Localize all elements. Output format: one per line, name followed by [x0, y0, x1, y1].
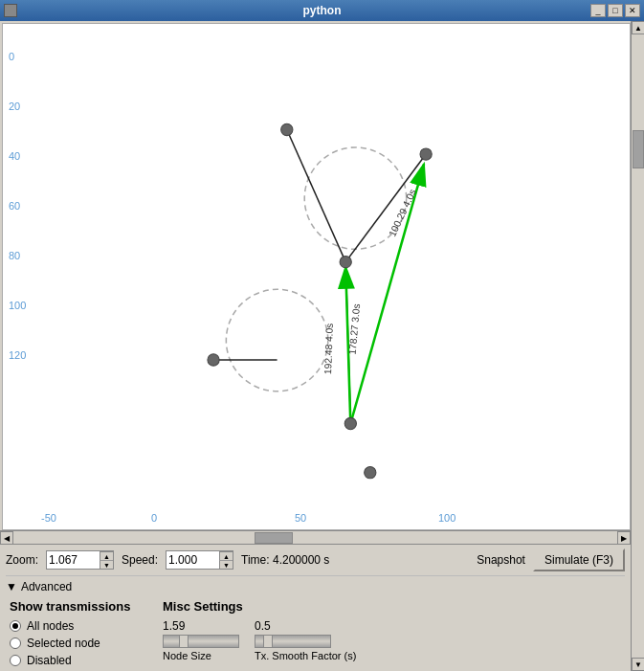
simulate-button[interactable]: Simulate (F3) — [533, 548, 625, 571]
network-graph: 100.29 4.0s 178.27 3.0s 192.48 4.0s — [3, 24, 630, 529]
node-size-thumb[interactable] — [179, 635, 189, 648]
zoom-label: Zoom: — [6, 553, 38, 567]
center-content: 0 20 40 60 80 100 120 -50 0 50 100 — [0, 21, 631, 671]
time-display: Time: 4.200000 s — [241, 553, 329, 567]
radio-all-nodes-circle[interactable] — [10, 620, 21, 632]
smooth-factor-track[interactable] — [255, 635, 331, 648]
titlebar-title: python — [303, 4, 342, 17]
misc-settings-title: Misc Settings — [163, 599, 621, 614]
radio-group: All nodes Selected node Disabled — [10, 619, 144, 667]
svg-line-7 — [350, 164, 424, 423]
speed-arrows: ▲ ▼ — [219, 551, 233, 569]
node-size-label: Node Size — [163, 650, 211, 661]
smooth-factor-container: 0.5 Tx. Smooth Factor (s) — [255, 619, 356, 661]
radio-disabled-label: Disabled — [27, 654, 72, 667]
svg-text:178.27 3.0s: 178.27 3.0s — [346, 303, 362, 355]
smooth-factor-value: 0.5 — [255, 619, 271, 633]
speed-down-arrow[interactable]: ▼ — [219, 560, 233, 569]
time-label: Time: — [241, 553, 273, 567]
radio-selected-node-label: Selected node — [27, 637, 100, 650]
bottom-controls: Zoom: ▲ ▼ Speed: ▲ ▼ — [0, 544, 631, 671]
radio-disabled-circle[interactable] — [10, 655, 21, 666]
node-size-value: 1.59 — [163, 619, 185, 633]
speed-up-arrow[interactable]: ▲ — [219, 551, 233, 560]
y-label-100: 100 — [9, 300, 26, 311]
vscroll-track[interactable] — [632, 34, 644, 658]
vscroll-down-button[interactable]: ▼ — [632, 658, 644, 671]
svg-line-2 — [287, 129, 345, 261]
minimize-button[interactable]: _ — [590, 4, 606, 17]
node-size-track[interactable] — [163, 635, 239, 648]
slider-row: 1.59 Node Size 0.5 — [163, 619, 621, 661]
svg-point-1 — [226, 289, 327, 391]
hscrollbar[interactable]: ◀ ▶ — [0, 530, 631, 544]
titlebar-buttons: _ □ ✕ — [590, 4, 640, 17]
y-label-0: 0 — [9, 51, 14, 62]
radio-disabled[interactable]: Disabled — [10, 654, 144, 667]
svg-text:100.29 4.0s: 100.29 4.0s — [387, 188, 418, 238]
speed-label: Speed: — [122, 553, 158, 567]
x-label-50: 50 — [295, 512, 306, 524]
canvas-area: 0 20 40 60 80 100 120 -50 0 50 100 — [2, 23, 631, 530]
time-value: 4.200000 s — [273, 553, 329, 567]
y-label-60: 60 — [9, 200, 20, 212]
zoom-input[interactable] — [47, 551, 100, 569]
y-label-80: 80 — [9, 250, 20, 261]
titlebar: python _ □ ✕ — [0, 0, 644, 21]
speed-input[interactable] — [167, 551, 219, 569]
zoom-spinbox[interactable]: ▲ ▼ — [46, 550, 114, 570]
vscroll-thumb[interactable] — [633, 130, 644, 168]
hscroll-track[interactable] — [13, 531, 617, 544]
hscroll-left-button[interactable]: ◀ — [0, 531, 13, 545]
app-icon — [4, 4, 17, 17]
vscrollbar[interactable]: ▲ ▼ — [631, 21, 644, 671]
maximize-button[interactable]: □ — [608, 4, 623, 17]
zoom-up-arrow[interactable]: ▲ — [100, 551, 113, 560]
hscroll-thumb[interactable] — [255, 532, 293, 544]
hscroll-right-button[interactable]: ▶ — [617, 531, 631, 545]
speed-spinbox[interactable]: ▲ ▼ — [166, 550, 233, 570]
misc-settings-panel: Misc Settings 1.59 Node Size — [163, 599, 621, 667]
advanced-section: ▼ Advanced Show transmissions All nodes — [6, 575, 625, 667]
show-transmissions-title: Show transmissions — [10, 599, 144, 614]
close-button[interactable]: ✕ — [625, 4, 640, 17]
titlebar-left — [4, 4, 17, 17]
svg-point-13 — [420, 148, 432, 160]
controls-row1: Zoom: ▲ ▼ Speed: ▲ ▼ — [6, 548, 625, 571]
advanced-arrow-icon: ▼ — [6, 580, 17, 593]
svg-text:192.48 4.0s: 192.48 4.0s — [322, 323, 335, 374]
snapshot-label: Snapshot — [477, 553, 525, 567]
x-label-0: 0 — [151, 512, 157, 524]
advanced-header[interactable]: ▼ Advanced — [6, 580, 625, 593]
svg-point-16 — [344, 417, 356, 429]
svg-point-17 — [365, 467, 376, 479]
main-container: 0 20 40 60 80 100 120 -50 0 50 100 — [0, 21, 644, 671]
svg-point-12 — [281, 123, 293, 135]
advanced-content: Show transmissions All nodes Selected no… — [6, 599, 625, 667]
zoom-arrows: ▲ ▼ — [100, 551, 113, 569]
advanced-label: Advanced — [21, 580, 72, 593]
svg-point-14 — [340, 257, 351, 268]
y-label-40: 40 — [9, 150, 20, 162]
radio-all-nodes[interactable]: All nodes — [10, 619, 144, 633]
svg-point-15 — [208, 354, 219, 366]
node-size-container: 1.59 Node Size — [163, 619, 239, 661]
show-transmissions-panel: Show transmissions All nodes Selected no… — [10, 599, 144, 667]
x-label-100: 100 — [438, 512, 455, 524]
y-label-120: 120 — [9, 349, 26, 361]
smooth-factor-thumb[interactable] — [263, 635, 273, 648]
radio-all-nodes-label: All nodes — [27, 619, 74, 633]
x-label-n50: -50 — [41, 512, 56, 524]
zoom-down-arrow[interactable]: ▼ — [100, 560, 113, 569]
radio-selected-node[interactable]: Selected node — [10, 637, 144, 650]
smooth-factor-label: Tx. Smooth Factor (s) — [255, 650, 356, 661]
radio-selected-node-circle[interactable] — [10, 637, 21, 649]
y-label-20: 20 — [9, 101, 20, 112]
vscroll-up-button[interactable]: ▲ — [632, 21, 644, 34]
svg-line-3 — [345, 154, 426, 262]
